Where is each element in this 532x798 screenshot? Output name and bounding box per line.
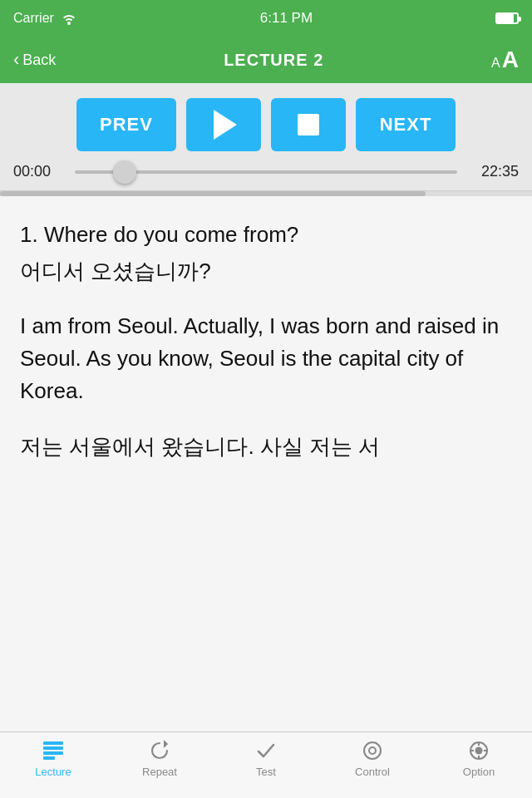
font-size-button[interactable]: A A [491, 47, 519, 73]
carrier-label: Carrier [13, 11, 54, 26]
player-area: PREV NEXT 00:00 22:35 [0, 83, 532, 191]
answer-korean: 저는 서울에서 왔습니다. 사실 저는 서 [20, 431, 512, 463]
nav-title: LECTURE 2 [224, 51, 323, 70]
svg-point-5 [369, 747, 376, 754]
tab-bar: Lecture Repeat Test Control [0, 732, 532, 798]
tab-lecture-label: Lecture [35, 766, 71, 778]
battery-icon [495, 12, 519, 24]
repeat-icon [148, 739, 171, 762]
scroll-thumb [0, 191, 426, 196]
wifi-icon [61, 12, 77, 25]
svg-point-7 [476, 748, 482, 754]
font-size-small-icon: A [491, 56, 500, 71]
svg-rect-2 [43, 751, 63, 755]
tab-control-label: Control [355, 766, 390, 778]
player-controls: PREV NEXT [13, 98, 519, 151]
slider-area: 00:00 22:35 [13, 163, 519, 180]
font-size-large-icon: A [502, 47, 519, 73]
question-text: 1. Where do you come from? [20, 219, 512, 251]
svg-rect-1 [43, 746, 63, 750]
svg-rect-3 [43, 756, 55, 760]
svg-rect-0 [43, 741, 63, 745]
status-time: 6:11 PM [260, 10, 313, 27]
tab-control[interactable]: Control [319, 737, 426, 778]
stop-button[interactable] [271, 98, 346, 151]
svg-point-4 [364, 742, 381, 759]
back-label: Back [22, 52, 56, 69]
next-button[interactable]: NEXT [356, 98, 456, 151]
play-icon [214, 110, 237, 140]
play-button[interactable] [186, 98, 261, 151]
scroll-indicator [0, 191, 532, 196]
tab-option[interactable]: Option [426, 737, 532, 778]
test-icon [254, 739, 278, 762]
tab-repeat-label: Repeat [142, 766, 177, 778]
stop-icon [298, 114, 319, 135]
tab-repeat[interactable]: Repeat [106, 737, 213, 778]
option-icon [467, 739, 490, 762]
progress-track[interactable] [75, 170, 457, 174]
total-time: 22:35 [469, 163, 519, 180]
status-bar: Carrier 6:11 PM [0, 0, 532, 37]
prev-button[interactable]: PREV [76, 98, 176, 151]
nav-bar: ‹ Back LECTURE 2 A A [0, 37, 532, 83]
question-korean: 어디서 오셨습니까? [20, 256, 512, 288]
back-button[interactable]: ‹ Back [13, 49, 56, 71]
tab-option-label: Option [463, 766, 495, 778]
tab-test[interactable]: Test [213, 737, 319, 778]
control-icon [361, 739, 384, 762]
content-area[interactable]: 1. Where do you come from? 어디서 오셨습니까? I … [0, 196, 532, 751]
back-chevron-icon: ‹ [13, 49, 19, 71]
lecture-icon [42, 739, 65, 762]
answer-text: I am from Seoul. Actually, I was born an… [20, 310, 512, 407]
progress-thumb[interactable] [113, 160, 136, 184]
tab-test-label: Test [256, 766, 276, 778]
current-time: 00:00 [13, 163, 63, 180]
tab-lecture[interactable]: Lecture [0, 737, 106, 778]
